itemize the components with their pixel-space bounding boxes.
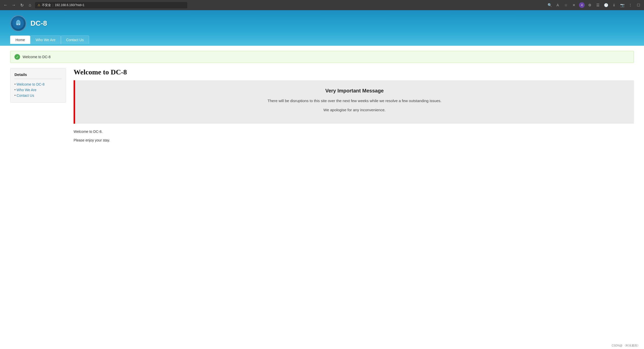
nav-tab-who-we-are[interactable]: Who We Are [30,36,61,44]
site-name: DC-8 [30,19,47,27]
important-box-title: Very Important Message [85,88,624,94]
main-layout: Details Welcome to DC-8 Who We Are Conta… [10,68,634,146]
read-mode-button[interactable]: A [555,2,561,8]
favorites-button[interactable]: ☰ [595,2,601,8]
url-text: 192.168.6.160/?nid=1 [55,3,84,7]
downloads-button[interactable]: ⇓ [611,2,617,8]
bookmark-button[interactable]: ☆ [563,2,569,8]
address-bar[interactable]: ⚠ 不安全 | 192.168.6.160/?nid=1 [35,2,187,8]
list-item: Welcome to DC-8 [14,82,62,87]
home-button[interactable]: ⌂ [27,2,33,8]
main-content: Welcome to DC-8 Very Important Message T… [74,68,634,146]
sidebar-block: Details Welcome to DC-8 Who We Are Conta… [10,68,66,103]
warning-label: 不安全 [42,3,51,7]
page-title: Welcome to DC-8 [74,68,634,76]
site-header: DC-8 Home Who We Are Contact Us [0,10,644,46]
browser-actions: 🔍 A ☆ ✕ 4 ⚙ ☰ 🕐 ⇓ 📷 ⋮ ☐ [547,2,641,8]
settings-button[interactable]: ⚙ [587,2,593,8]
back-button[interactable]: ← [3,2,9,8]
drupal-logo-svg [12,17,24,29]
history-button[interactable]: 🕐 [603,2,609,8]
sidebar-list: Welcome to DC-8 Who We Are Contact Us [14,82,62,98]
nav-tab-contact-us[interactable]: Contact Us [61,36,89,44]
site-navigation: Home Who We Are Contact Us [10,36,634,44]
sidebar-title: Details [14,72,62,79]
list-item: Who We Are [14,87,62,93]
body-text-line2: Please enjoy your stay. [74,137,634,143]
body-text-line1: Welcome to DC-8. [74,129,634,134]
important-box-line1: There will be disruptions to this site o… [85,98,624,104]
success-message-bar: ✓ Welcome to DC-8 [10,51,634,63]
sidebar-link-who-we-are[interactable]: Who We Are [16,88,36,92]
nav-tab-home[interactable]: Home [10,36,30,44]
screenshot-button[interactable]: 📷 [619,2,625,8]
more-button[interactable]: ⋮ [627,2,633,8]
forward-button[interactable]: → [11,2,17,8]
important-box-line2: We apologise for any inconvenience. [85,107,624,113]
sidebar-link-welcome[interactable]: Welcome to DC-8 [16,82,44,86]
check-icon: ✓ [14,54,20,60]
important-message-box: Very Important Message There will be dis… [74,80,634,124]
site-logo [10,15,26,31]
profile-button[interactable]: 4 [579,2,585,8]
page-content: ✓ Welcome to DC-8 Details Welcome to DC-… [0,51,644,203]
browser-chrome: ← → ↻ ⌂ ⚠ 不安全 | 192.168.6.160/?nid=1 🔍 A… [0,0,644,10]
close-tab-button[interactable]: ✕ [571,2,577,8]
security-warning-icon: ⚠ [38,3,40,7]
sidebar: Details Welcome to DC-8 Who We Are Conta… [10,68,66,146]
reload-button[interactable]: ↻ [19,2,25,8]
sidebar-link-contact-us[interactable]: Contact Us [16,93,34,98]
success-message-text: Welcome to DC-8 [23,55,50,59]
list-item: Contact Us [14,93,62,98]
site-branding: DC-8 [10,15,634,36]
zoom-button[interactable]: 🔍 [547,2,553,8]
maximize-button[interactable]: ☐ [635,2,641,8]
